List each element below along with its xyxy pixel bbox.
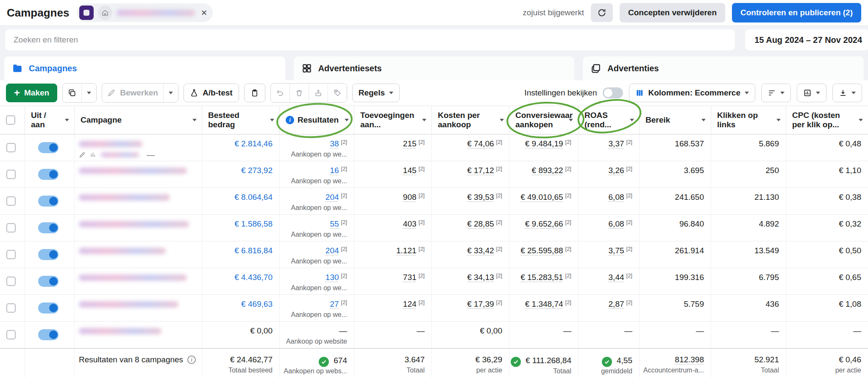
duplicate-button[interactable] xyxy=(63,84,81,102)
sort-chevron-icon[interactable] xyxy=(701,119,706,121)
cost-value[interactable]: € 74,06 xyxy=(467,139,494,148)
rules-button[interactable]: Regels xyxy=(352,84,400,102)
campaign-name-redacted[interactable] xyxy=(79,221,189,227)
row-active-toggle[interactable] xyxy=(38,222,58,233)
campaign-name-redacted[interactable] xyxy=(79,248,166,254)
roas-value[interactable]: 3,44 xyxy=(609,273,624,282)
sort-chevron-icon[interactable] xyxy=(270,119,274,121)
select-all-checkbox[interactable] xyxy=(6,115,15,125)
view-settings-toggle[interactable] xyxy=(603,87,623,98)
row-checkbox[interactable] xyxy=(6,277,16,286)
spent-value[interactable]: € 4.436,70 xyxy=(234,273,273,282)
roas-value[interactable]: 2,87 xyxy=(609,300,624,309)
row-active-toggle[interactable] xyxy=(38,196,58,207)
cost-value[interactable]: € 17,39 xyxy=(467,300,494,309)
sort-chevron-icon[interactable] xyxy=(859,119,863,121)
cost-value[interactable]: € 34,13 xyxy=(467,273,494,282)
spent-value[interactable]: € 1.586,58 xyxy=(234,219,273,229)
column-header-additions[interactable]: Toevoegingen aan... xyxy=(354,106,432,134)
create-button[interactable]: + Maken xyxy=(6,84,57,102)
row-checkbox[interactable] xyxy=(6,196,16,206)
additions-value[interactable]: 1.121 xyxy=(396,246,417,255)
discard-drafts-button[interactable]: Concepten verwijderen xyxy=(620,3,725,22)
roas-value[interactable]: 3,37 xyxy=(609,139,624,148)
row-checkbox[interactable] xyxy=(6,250,16,259)
column-header-roas[interactable]: ROAS (rend... xyxy=(579,106,640,134)
spent-value[interactable]: € 469,63 xyxy=(241,300,273,309)
conv-value[interactable]: € 1.348,74 xyxy=(525,300,563,309)
sort-chevron-icon[interactable] xyxy=(500,119,504,121)
pencil-icon[interactable] xyxy=(79,151,86,158)
conv-value[interactable]: — xyxy=(563,326,571,336)
tag-button[interactable] xyxy=(328,84,347,102)
search-input[interactable] xyxy=(5,29,735,50)
column-header-clicks[interactable]: Klikken op links xyxy=(711,106,786,134)
additions-value[interactable]: 908 xyxy=(403,193,417,202)
results-value[interactable]: 204 xyxy=(326,193,339,202)
promote-button[interactable] xyxy=(309,84,328,102)
tab-advertentiesets[interactable]: Advertentiesets xyxy=(294,56,575,80)
column-header-name[interactable]: Campagne xyxy=(75,106,202,134)
cost-value[interactable]: € 28,85 xyxy=(467,219,494,229)
row-active-toggle[interactable] xyxy=(38,302,58,314)
results-value[interactable]: 27 xyxy=(330,300,339,309)
tab-advertenties[interactable]: Advertenties xyxy=(583,56,864,80)
row-checkbox[interactable] xyxy=(6,143,16,152)
column-header-conv[interactable]: Conversiewaar aankopen xyxy=(509,106,579,134)
roas-value[interactable]: — xyxy=(624,326,632,336)
ab-test-button[interactable]: A/b-test xyxy=(184,84,239,102)
results-value[interactable]: 16 xyxy=(330,166,339,175)
results-value[interactable]: 38 xyxy=(330,139,339,148)
spent-value[interactable]: € 273,92 xyxy=(241,166,273,175)
column-header-cpc[interactable]: CPC (kosten per klik op... xyxy=(786,106,868,134)
review-publish-button[interactable]: Controleren en publiceren (2) xyxy=(732,3,861,22)
refresh-button[interactable] xyxy=(591,3,613,22)
columns-button[interactable]: Kolommen: Ecommerce xyxy=(629,84,755,102)
sort-chevron-icon[interactable] xyxy=(422,119,426,121)
column-header-reach[interactable]: Bereik xyxy=(640,106,711,134)
roas-value[interactable]: 3,26 xyxy=(609,166,624,175)
undo-button[interactable] xyxy=(271,84,289,102)
cost-value[interactable]: € 33,42 xyxy=(467,246,494,255)
sort-chevron-icon[interactable] xyxy=(569,119,573,121)
duplicate-dropdown[interactable] xyxy=(81,84,96,102)
spent-value[interactable]: € 8.064,64 xyxy=(234,193,273,202)
results-value[interactable]: — xyxy=(339,326,347,336)
row-checkbox[interactable] xyxy=(6,223,16,232)
delete-button[interactable] xyxy=(289,84,309,102)
close-icon[interactable]: × xyxy=(201,8,207,18)
additions-value[interactable]: 145 xyxy=(403,166,417,175)
campaign-name-redacted[interactable] xyxy=(79,194,170,201)
info-icon[interactable]: i xyxy=(286,116,294,124)
sort-chevron-icon[interactable] xyxy=(630,119,634,121)
sort-chevron-icon[interactable] xyxy=(776,119,781,121)
row-active-toggle[interactable] xyxy=(38,329,58,340)
conv-value[interactable]: € 893,22 xyxy=(532,166,563,175)
results-value[interactable]: 55 xyxy=(330,219,339,229)
info-icon[interactable]: i xyxy=(187,356,196,364)
edit-dropdown[interactable] xyxy=(163,84,178,102)
account-chip[interactable]: × xyxy=(77,3,213,22)
row-checkbox[interactable] xyxy=(6,330,16,339)
cost-value[interactable]: € 17,12 xyxy=(467,166,494,175)
edit-button[interactable]: Bewerken xyxy=(102,84,163,102)
results-value[interactable]: 130 xyxy=(326,273,339,282)
campaign-name-redacted[interactable] xyxy=(79,328,161,334)
tab-campagnes[interactable]: Campagnes xyxy=(4,56,285,80)
row-checkbox[interactable] xyxy=(6,170,16,179)
column-header-results[interactable]: iResultaten xyxy=(280,106,354,134)
campaign-name-redacted[interactable] xyxy=(79,168,187,174)
additions-value[interactable]: 124 xyxy=(403,300,417,309)
conv-value[interactable]: € 15.283,51 xyxy=(520,273,563,282)
additions-value[interactable]: — xyxy=(417,326,425,336)
results-value[interactable]: 204 xyxy=(326,246,339,255)
roas-value[interactable]: 6,08 xyxy=(609,193,624,202)
sort-chevron-icon[interactable] xyxy=(345,119,349,121)
column-header-spent[interactable]: Besteed bedrag xyxy=(202,106,280,134)
roas-value[interactable]: 3,75 xyxy=(609,246,624,255)
spent-value[interactable]: € 2.814,46 xyxy=(234,139,273,148)
cost-value[interactable]: € 0,00 xyxy=(480,326,502,336)
conv-value[interactable]: € 25.595,88 xyxy=(520,246,563,255)
spent-value[interactable]: € 0,00 xyxy=(250,326,273,336)
row-active-toggle[interactable] xyxy=(38,142,58,153)
